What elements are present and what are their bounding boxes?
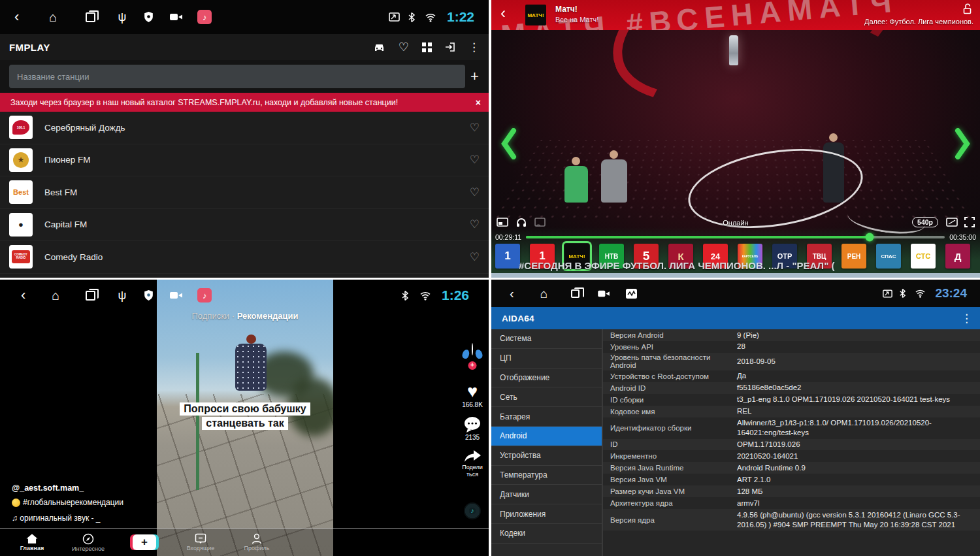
favorite-heart-icon[interactable]: ♡ (470, 218, 480, 231)
unlock-icon[interactable] (962, 3, 972, 14)
favorite-heart-icon[interactable]: ♡ (470, 250, 480, 264)
info-key: Идентификатор сборки (603, 424, 737, 432)
station-row-Comedy Radio[interactable]: COMEDY RADIO Comedy Radio ♡ (0, 241, 489, 274)
sidebar-item-Температура[interactable]: Температура (491, 466, 602, 485)
station-name: Comedy Radio (44, 252, 103, 262)
recents-icon[interactable] (86, 12, 95, 22)
screen-mirror-icon (883, 289, 892, 298)
info-row: Версия Java VM ART 2.1.0 (603, 474, 980, 485)
sidebar-item-Приложения[interactable]: Приложения (491, 504, 602, 524)
comment-count: 2135 (457, 434, 487, 441)
station-name: Best FM (44, 188, 77, 197)
dancing-person (234, 335, 268, 391)
favorite-heart-icon[interactable]: ♡ (470, 186, 480, 199)
info-row: ID сборки t3_p1-eng 8.1.0 OPM1.171019.02… (603, 394, 980, 406)
station-logo: ● (9, 213, 33, 237)
bluetooth-icon (899, 288, 906, 299)
car-mode-icon[interactable] (373, 42, 385, 52)
back-icon[interactable]: ‹ (21, 288, 25, 303)
station-row-Capital FM[interactable]: ● Capital FM ♡ (0, 209, 489, 242)
seek-thumb[interactable] (865, 233, 874, 242)
like-icon[interactable]: ♥ (457, 383, 487, 401)
info-value: Android Runtime 0.9 (737, 463, 980, 473)
share-icon[interactable] (457, 449, 487, 463)
hashtag-row[interactable]: #глобальныерекомендации (12, 498, 123, 507)
four-quadrant-screenshot: ‹ ⌂ ψ ♪ 1:22 FMPLAY ♡ (0, 0, 980, 556)
sidebar-item-Кодеки[interactable]: Кодеки (491, 524, 602, 544)
sidebar-item-Устройства[interactable]: Устройства (491, 446, 602, 466)
station-row-Пионер FM[interactable]: ★ Пионер FM ♡ (0, 144, 489, 177)
time-current: 00:29:11 (495, 233, 521, 241)
home-icon[interactable]: ⌂ (52, 289, 59, 302)
sidebar-item-Android[interactable]: Android (491, 427, 602, 446)
wifi-icon (915, 289, 926, 298)
aida-chart-icon (626, 289, 637, 299)
sidebar-item-Батарея[interactable]: Батарея (491, 407, 602, 427)
prev-channel-icon[interactable] (500, 128, 517, 159)
emoji-icon (12, 499, 20, 507)
screen-mirror-icon (389, 12, 400, 22)
home-icon[interactable]: ⌂ (540, 287, 547, 300)
bluetooth-icon (408, 12, 416, 23)
video-frame[interactable]: 540p Онлайн 00:29:11 00:35:00 11МАТЧ!НТВ… (491, 30, 980, 273)
recents-icon[interactable] (571, 289, 580, 298)
online-status: Онлайн (491, 219, 980, 227)
recents-icon[interactable] (86, 291, 95, 301)
bluetooth-icon (401, 290, 409, 301)
channel-tile-Первый канал[interactable]: 1 (495, 244, 520, 269)
info-value: OPM1.171019.026 (737, 440, 980, 450)
info-key: Уровень патча безопасности Android (603, 353, 737, 369)
sidebar-item-Система[interactable]: Система (491, 329, 602, 349)
clock: 1:26 (442, 287, 469, 303)
info-key: Версия Java Runtime (603, 464, 737, 472)
station-name: Capital FM (44, 220, 87, 229)
station-row-Серебряный Дождь[interactable]: 100.1 Серебряный Дождь ♡ (0, 112, 489, 144)
info-value: f55186e8e0ac5de2 (737, 383, 980, 393)
overflow-menu-icon[interactable]: ⋮ (468, 41, 480, 54)
back-icon[interactable]: ‹ (500, 5, 506, 21)
favorite-heart-icon[interactable]: ♡ (470, 153, 480, 167)
grid-view-icon[interactable] (422, 42, 432, 52)
sound-row[interactable]: ♫ оригинальный звук - _ (12, 514, 101, 523)
next-channel-icon[interactable] (954, 128, 971, 159)
program-title: Все на Матч! (555, 16, 598, 24)
info-value: 2018-09-05 (737, 357, 980, 367)
nav-inbox[interactable]: Входящие (172, 533, 229, 551)
android-info-table: Версия Android 9 (Pie) Уровень API 28 Ур… (603, 329, 980, 556)
back-icon[interactable]: ‹ (510, 287, 514, 300)
favorites-icon[interactable]: ♡ (399, 40, 409, 54)
info-key: Устройство с Root-доступом (603, 372, 737, 380)
favorite-heart-icon[interactable]: ♡ (470, 121, 480, 135)
username[interactable]: @_aest.soft.mam_ (12, 483, 84, 493)
comment-icon[interactable] (457, 416, 487, 433)
home-icon[interactable]: ⌂ (49, 10, 57, 24)
overflow-menu-icon[interactable]: ⋮ (961, 312, 972, 325)
nav-profile[interactable]: Профиль (229, 533, 285, 551)
seek-bar[interactable] (526, 236, 945, 238)
nav-create-button[interactable]: + (116, 534, 172, 550)
station-row-Best FM[interactable]: Best Best FM ♡ (0, 176, 489, 209)
info-key: Инкрементно (603, 452, 737, 460)
creator-avatar[interactable]: + (461, 344, 483, 366)
exit-icon[interactable] (445, 42, 455, 52)
add-station-button[interactable]: + (470, 68, 479, 85)
sidebar-item-ЦП[interactable]: ЦП (491, 349, 602, 368)
nav-discover[interactable]: Интересное (60, 533, 116, 552)
info-key: ID сборки (603, 396, 737, 404)
tab-foryou[interactable]: Рекомендации (237, 311, 299, 321)
tab-following[interactable]: Подписки (191, 311, 229, 321)
pink-app-icon: ♪ (197, 288, 212, 303)
info-value: t3_p1-eng 8.1.0 OPM1.171019.026 20210520… (737, 395, 980, 404)
search-input[interactable] (9, 65, 465, 88)
sound-disc[interactable]: ♪ (464, 502, 481, 519)
sidebar-item-Отображение[interactable]: Отображение (491, 368, 602, 388)
sidebar-item-Сеть[interactable]: Сеть (491, 387, 602, 407)
close-icon[interactable]: × (476, 97, 481, 108)
nav-home[interactable]: Главная (4, 533, 60, 551)
follow-plus-badge[interactable]: + (468, 361, 477, 370)
back-icon[interactable]: ‹ (14, 10, 19, 24)
sidebar-item-Датчики[interactable]: Датчики (491, 485, 602, 504)
category-sidebar: СистемаЦПОтображениеСетьБатареяAndroidУс… (491, 329, 603, 556)
info-value: 4.9.56 (ph@ubuntu) (gcc version 5.3.1 20… (737, 510, 980, 530)
info-row: Уровень патча безопасности Android 2018-… (603, 353, 980, 370)
